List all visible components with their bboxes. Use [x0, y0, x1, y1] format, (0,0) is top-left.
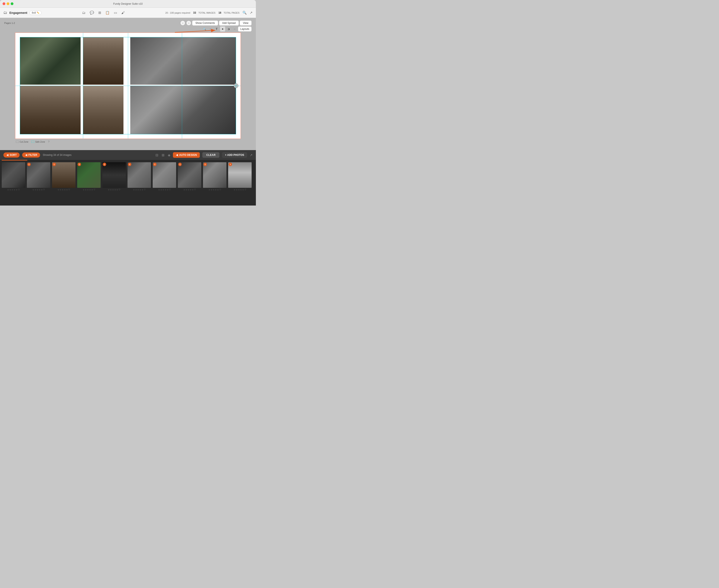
list-item[interactable]: ☆ ☆ ☆ ☆ ☆ ♡ — [2, 162, 25, 191]
photo-cell-4[interactable] — [83, 86, 124, 134]
thumbnail-1[interactable] — [2, 162, 25, 188]
list-item[interactable]: 1 ☆ ☆ ☆ ☆ ☆ ♡ — [52, 162, 76, 191]
thumbnail-3[interactable] — [52, 162, 76, 188]
minimize-button[interactable] — [7, 2, 9, 5]
tool-controls: 🔍 ↔ T ■ ◑ → Layouts — [202, 26, 252, 31]
filter-label: FILTER — [28, 153, 37, 156]
clear-button[interactable]: CLEAR — [202, 152, 219, 158]
star-row-10: ☆ ☆ ☆ ☆ ☆ ♡ — [234, 188, 246, 191]
showing-text: Showing 34 of 34 images — [43, 153, 153, 156]
layout-icon[interactable]: ▭ — [114, 10, 117, 15]
rect-tool[interactable]: ■ — [220, 26, 225, 31]
pages-icon[interactable]: ⊞ — [98, 10, 101, 15]
list-item[interactable]: 1 ☆ ☆ ☆ ☆ ☆ ♡ — [178, 162, 201, 191]
photo-cell-6[interactable] — [130, 86, 236, 134]
show-comments-button[interactable]: Show Comments — [192, 20, 218, 26]
maximize-button[interactable] — [10, 2, 14, 5]
size-label: 8x8 — [32, 11, 36, 14]
star-row-9: ☆ ☆ ☆ ☆ ☆ ♡ — [209, 188, 221, 191]
photo-cell-3[interactable] — [83, 37, 124, 85]
list-item[interactable]: 1 ☆ ☆ ☆ ☆ ☆ ♡ — [153, 162, 176, 191]
export-bottom-icon[interactable]: ↗ — [250, 153, 252, 157]
star-row-5: ☆ ☆ ☆ ☆ ☆ ♡ — [108, 188, 121, 191]
badge-3: 1 — [52, 163, 56, 166]
list-item[interactable]: 1 ☆ ☆ ☆ ☆ ☆ ♡ — [77, 162, 101, 191]
brush-icon[interactable]: 🖌 — [121, 11, 125, 15]
photo-cell-2[interactable] — [20, 86, 81, 134]
canvas-controls-row: Pages 1-2 ‹ › Show Comments Add Spread V… — [0, 20, 256, 26]
add-spread-button[interactable]: Add Spread — [219, 20, 239, 26]
photo-strip: ☆ ☆ ☆ ☆ ☆ ♡ 1 ☆ ☆ ☆ ☆ ☆ ♡ — [0, 161, 256, 199]
badge-9: 1 — [204, 163, 207, 166]
add-photos-button[interactable]: + ADD PHOTOS — [222, 152, 247, 158]
stack-view-icon[interactable]: ⊟ — [155, 153, 158, 157]
help-icon[interactable]: ? — [48, 140, 49, 143]
thumb-wrapper-6[interactable]: 1 — [127, 162, 151, 188]
thumb-wrapper-3[interactable]: 1 — [52, 162, 76, 188]
zoom-icon[interactable]: 🔍 — [242, 10, 247, 15]
star-row-3: ☆ ☆ ☆ ☆ ☆ ♡ — [58, 188, 70, 191]
safe-zone-box — [31, 141, 34, 143]
thumb-wrapper-5[interactable]: 1 — [102, 162, 126, 188]
project-name: Engagement — [9, 11, 27, 15]
thumbnail-5[interactable] — [102, 162, 126, 188]
close-button[interactable] — [3, 2, 5, 5]
photo-cell-5[interactable] — [130, 37, 236, 85]
view-button[interactable]: View — [240, 20, 252, 26]
color-tool[interactable]: ◑ — [226, 26, 231, 31]
auto-design-button[interactable]: ◀ AUTO DESIGN — [173, 152, 200, 158]
thumb-wrapper-4[interactable]: 1 — [77, 162, 101, 188]
thumbnail-7[interactable] — [153, 162, 176, 188]
cut-zone-box — [16, 141, 19, 143]
text-tool[interactable]: T — [214, 26, 219, 31]
sort-label: SORT — [9, 153, 17, 156]
spread: + — [15, 33, 241, 139]
list-item[interactable]: 1 ☆ ☆ ☆ ☆ ☆ ♡ — [203, 162, 227, 191]
pages-required-stat: 20 - 100 pages required — [165, 12, 190, 14]
thumbnail-6[interactable] — [127, 162, 151, 188]
album-icon: 🗂 — [3, 10, 7, 15]
list-item[interactable]: 1 ☆ ☆ ☆ ☆ ☆ ♡ — [27, 162, 50, 191]
book-icon[interactable]: 📋 — [105, 10, 110, 15]
zoom-tool[interactable]: 🔍 — [202, 26, 207, 31]
layers-view-icon[interactable]: ◈ — [168, 153, 170, 157]
thumb-wrapper-1[interactable] — [2, 162, 25, 188]
move-tool[interactable]: → — [232, 26, 237, 31]
filter-button[interactable]: ◀ FILTER — [22, 152, 40, 158]
grid-view-icon[interactable]: ⊞ — [162, 153, 164, 157]
window-title: Fundy Designer Suite v10 — [113, 2, 143, 5]
sort-arrow-icon: ◀ — [6, 153, 8, 156]
thumb-wrapper-10[interactable]: 1 — [228, 162, 252, 188]
prev-page-button[interactable]: ‹ — [180, 20, 185, 26]
thumb-wrapper-2[interactable]: 1 — [27, 162, 50, 188]
next-page-button[interactable]: › — [186, 20, 191, 26]
comment-icon[interactable]: 💬 — [90, 10, 94, 15]
thumbnail-9[interactable] — [203, 162, 227, 188]
safe-zone-item: Safe Zone — [31, 141, 45, 143]
badge-7: 1 — [153, 163, 156, 166]
thumb-wrapper-8[interactable]: 1 — [178, 162, 201, 188]
thumbnail-4[interactable] — [77, 162, 101, 188]
thumb-wrapper-9[interactable]: 1 — [203, 162, 227, 188]
auto-design-arrow: ◀ — [176, 153, 178, 156]
list-item[interactable]: 1 ☆ ☆ ☆ ☆ ☆ ♡ — [228, 162, 252, 191]
thumbnail-10[interactable] — [228, 162, 252, 188]
list-item[interactable]: 1 ☆ ☆ ☆ ☆ ☆ ♡ — [102, 162, 126, 191]
star-row-2: ☆ ☆ ☆ ☆ ☆ ♡ — [33, 188, 45, 191]
badge-2: 1 — [27, 163, 31, 166]
album-center-icon[interactable]: 🗂 — [82, 11, 85, 15]
list-item[interactable]: 1 ☆ ☆ ☆ ☆ ☆ ♡ — [127, 162, 151, 191]
thumbnail-2[interactable] — [27, 162, 50, 188]
badge-8: 1 — [178, 163, 182, 166]
sort-button[interactable]: ◀ SORT — [3, 152, 20, 158]
thumbnail-8[interactable] — [178, 162, 201, 188]
thumb-wrapper-7[interactable]: 1 — [153, 162, 176, 188]
pan-tool[interactable]: ↔ — [208, 26, 213, 31]
cut-zone-label: Cut Zone — [20, 141, 28, 143]
export-icon[interactable]: ↗ — [250, 10, 252, 15]
photo-cell-1[interactable] — [20, 37, 81, 85]
layouts-button[interactable]: Layouts — [238, 26, 252, 31]
pages-label: Pages 1-2 — [4, 22, 15, 24]
size-badge[interactable]: 8x8 ✏️ — [29, 10, 42, 15]
toolbar-right: 20 - 100 pages required 33 TOTAL IMAGES … — [165, 10, 252, 15]
